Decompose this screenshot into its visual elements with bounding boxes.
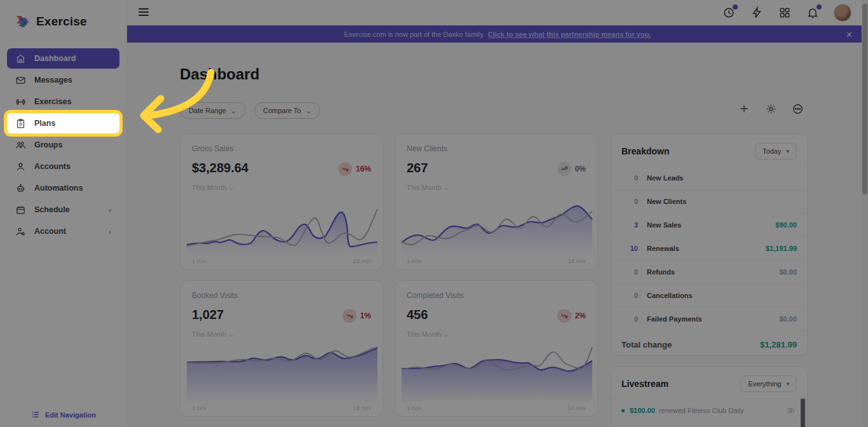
completed-visits-chart [398, 342, 596, 402]
livestream-filter-dropdown[interactable]: Everything▾ [740, 376, 797, 392]
scrollbar-thumb[interactable] [862, 4, 867, 194]
period-dropdown[interactable]: This Month ⌄ [407, 330, 449, 339]
trend-badge: 1% [342, 309, 371, 323]
page-scrollbar [862, 0, 868, 427]
bell-icon[interactable] [806, 6, 820, 20]
activity-clock-icon[interactable] [722, 6, 736, 20]
person-icon [15, 161, 26, 172]
trend-down-icon [342, 309, 356, 323]
trend-up-icon [557, 162, 571, 176]
sidebar-nav: Dashboard Messages Exercises Plans Group… [0, 48, 126, 241]
trend-down-icon [338, 162, 352, 176]
banner-text: Exercise.com is now part of the Daxko fa… [344, 30, 485, 38]
robot-icon [15, 183, 26, 194]
hamburger-menu-icon[interactable] [139, 6, 149, 18]
chevron-right-icon: › [109, 205, 111, 215]
clipboard-icon [15, 118, 26, 129]
apps-grid-icon[interactable] [778, 6, 792, 20]
breakdown-filter-dropdown[interactable]: Today▾ [755, 143, 797, 159]
date-range-dropdown[interactable]: Date Range ⌄ [180, 102, 245, 119]
period-dropdown[interactable]: This Month ⌄ [192, 184, 234, 192]
new-clients-chart [398, 195, 596, 255]
chevron-down-icon: ⌄ [231, 107, 236, 115]
topbar [127, 0, 868, 25]
announcement-banner: Exercise.com is now part of the Daxko fa… [127, 25, 868, 43]
stat-card-gross-sales: Gross Sales $3,289.64 This Month ⌄ 16% 1… [180, 133, 383, 270]
breakdown-panel: Breakdown Today▾ 0New Leads 0New Clients… [611, 133, 808, 356]
breakdown-title: Breakdown [621, 146, 669, 156]
livestream-item[interactable]: $100.00 renewed Fitness Club Daily 3h [611, 399, 807, 422]
page-title: Dashboard [180, 65, 259, 83]
livestream-panel: Livestream Everything▾ $100.00 renewed F… [611, 366, 808, 427]
gross-sales-chart [183, 195, 381, 255]
list-icon [31, 410, 40, 419]
breakdown-row-new-clients[interactable]: 0New Clients [611, 190, 807, 214]
dumbbell-icon [15, 97, 26, 107]
breakdown-row-refunds[interactable]: 0Refunds$0.00 [611, 261, 807, 284]
main-area: Exercise.com is now part of the Daxko fa… [127, 0, 868, 427]
sidebar-item-accounts[interactable]: Accounts [7, 156, 119, 177]
breakdown-row-new-leads[interactable]: 0New Leads [611, 166, 807, 190]
settings-gear-icon[interactable] [764, 102, 778, 116]
trend-down-icon [557, 309, 571, 323]
stat-card-completed-visits: Completed Visits 456 This Month ⌄ 2% 1 n… [395, 280, 598, 417]
brand-name: Exercise [36, 15, 87, 29]
user-avatar[interactable] [834, 4, 851, 22]
sidebar-item-plans[interactable]: Plans [7, 113, 119, 133]
people-icon [15, 140, 26, 151]
home-icon [15, 53, 26, 64]
sidebar-item-groups[interactable]: Groups [7, 135, 119, 155]
sidebar-item-account[interactable]: Account › [7, 221, 119, 241]
banner-link[interactable]: Click to see what this partnership means… [488, 30, 651, 38]
brand-logo: Exercise [0, 0, 126, 29]
breakdown-row-failed-payments[interactable]: 0Failed Payments$0.00 [611, 308, 807, 331]
brand-logo-icon [15, 14, 31, 29]
trend-badge: 0% [557, 162, 586, 176]
stat-card-new-clients: New Clients 267 This Month ⌄ 0% 1 nov19 … [395, 133, 598, 270]
envelope-icon [15, 75, 26, 86]
sidebar-item-automations[interactable]: Automations [7, 178, 119, 198]
livestream-scrollbar[interactable] [801, 398, 805, 427]
period-dropdown[interactable]: This Month ⌄ [407, 184, 449, 192]
chevron-right-icon: › [109, 227, 111, 236]
activity-dot [621, 409, 625, 412]
trend-badge: 2% [557, 309, 586, 323]
sidebar-item-dashboard[interactable]: Dashboard [7, 48, 119, 69]
add-widget-button[interactable] [737, 102, 751, 116]
booked-visits-chart [183, 342, 381, 402]
close-icon[interactable]: ✕ [846, 30, 853, 38]
breakdown-row-new-sales[interactable]: 3New Sales$90.00 [611, 214, 807, 237]
chevron-down-icon: ⌄ [306, 107, 311, 115]
sidebar-item-schedule[interactable]: Schedule › [7, 200, 119, 220]
sidebar: Exercise Dashboard Messages Exercises Pl… [0, 0, 127, 427]
breakdown-row-renewals[interactable]: 10Renewals$1,191.99 [611, 237, 807, 261]
breakdown-total-row: Total change $1,281.99 [611, 331, 807, 358]
chevron-down-icon: ▾ [786, 381, 789, 387]
quick-actions-icon[interactable] [750, 6, 764, 20]
calendar-icon [15, 205, 26, 215]
period-dropdown[interactable]: This Month ⌄ [192, 330, 234, 339]
chevron-down-icon: ▾ [786, 148, 789, 154]
more-options-icon[interactable] [790, 102, 804, 116]
stat-card-booked-visits: Booked Visits 1,027 This Month ⌄ 1% 1 no… [180, 280, 383, 417]
edit-navigation-button[interactable]: Edit Navigation [0, 410, 126, 419]
notification-dot [817, 4, 822, 10]
compare-to-dropdown[interactable]: Compare To ⌄ [254, 102, 320, 119]
trend-badge: 16% [338, 162, 371, 176]
livestream-title: Livestream [621, 379, 668, 389]
breakdown-row-cancellations[interactable]: 0Cancellations [611, 284, 807, 308]
notification-dot [733, 4, 738, 10]
person-gear-icon [15, 226, 26, 237]
sidebar-item-exercises[interactable]: Exercises [7, 92, 119, 112]
sidebar-item-messages[interactable]: Messages [7, 70, 119, 90]
